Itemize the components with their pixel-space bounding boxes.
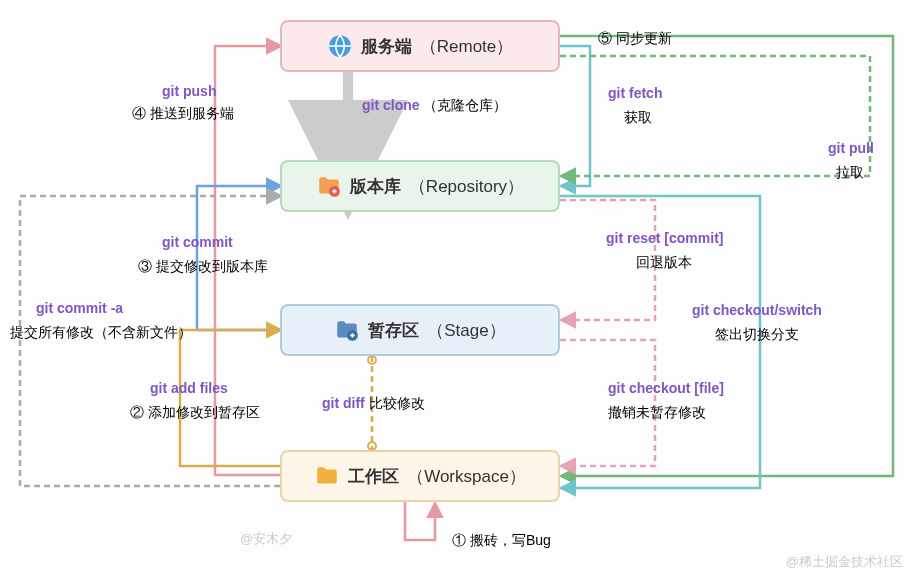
svg-point-0 xyxy=(368,356,376,364)
diff-label: git diff 比较修改 xyxy=(322,395,425,413)
checkout-file-label: git checkout [file] 撤销未暂存修改 xyxy=(608,380,724,422)
remote-label-zh: 服务端 xyxy=(361,35,412,58)
work-label-en: （Workspace） xyxy=(407,465,526,488)
watermark-left: @安木夕 xyxy=(240,530,292,548)
stage-label-zh: 暂存区 xyxy=(368,319,419,342)
code-label: ① 搬砖，写Bug xyxy=(452,532,551,550)
push-label: git push ④ 推送到服务端 xyxy=(162,83,234,123)
commit-a-label: git commit -a 提交所有修改（不含新文件） xyxy=(10,300,192,342)
workspace-box: 工作区（Workspace） xyxy=(280,450,560,502)
checkout-switch-label: git checkout/switch 签出切换分支 xyxy=(692,302,822,344)
work-label-zh: 工作区 xyxy=(348,465,399,488)
fetch-label: git fetch 获取 xyxy=(608,85,662,127)
stage-label-en: （Stage） xyxy=(427,319,505,342)
sync-label: ⑤ 同步更新 xyxy=(598,30,672,48)
stage-box: 暂存区（Stage） xyxy=(280,304,560,356)
repo-label-zh: 版本库 xyxy=(350,175,401,198)
folder-add-icon xyxy=(334,317,360,343)
globe-icon xyxy=(327,33,353,59)
remote-label-en: （Remote） xyxy=(420,35,514,58)
repository-box: 版本库（Repository） xyxy=(280,160,560,212)
reset-label: git reset [commit] 回退版本 xyxy=(606,230,723,272)
commit-label: git commit ③ 提交修改到版本库 xyxy=(138,234,268,276)
clone-label: git clone （克隆仓库） xyxy=(362,97,507,115)
watermark-right: @稀土掘金技术社区 xyxy=(786,553,903,571)
folder-git-icon xyxy=(316,173,342,199)
folder-icon xyxy=(314,463,340,489)
remote-box: 服务端（Remote） xyxy=(280,20,560,72)
repo-label-en: （Repository） xyxy=(409,175,524,198)
add-label: git add files ② 添加修改到暂存区 xyxy=(130,380,260,422)
svg-point-1 xyxy=(368,442,376,450)
pull-label: git pull 拉取 xyxy=(828,140,874,182)
